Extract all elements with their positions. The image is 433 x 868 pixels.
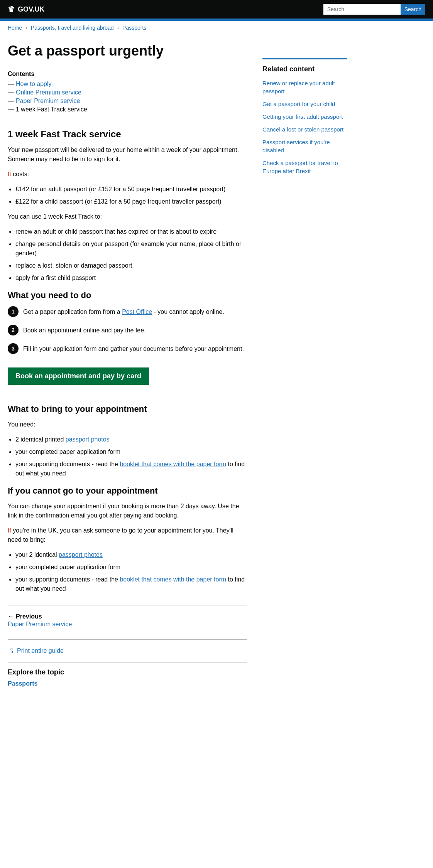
cannot-go-item-2: your completed paper application form (15, 563, 247, 572)
cost-item-2: £122 for a child passport (or £132 for a… (15, 197, 247, 206)
site-header: ♛ GOV.UK Search (0, 0, 433, 21)
contents-link-1[interactable]: How to apply (16, 81, 52, 88)
breadcrumb-home[interactable]: Home (8, 25, 22, 31)
fast-track-section: 1 week Fast Track service Your new passp… (8, 129, 247, 593)
use-list: renew an adult or child passport that ha… (15, 227, 247, 283)
related-item-1: Renew or replace your adult passport (262, 79, 347, 95)
cannot-go-item-3: your supporting documents - read the boo… (15, 575, 247, 593)
arrow-left-icon: ← (8, 613, 14, 620)
print-section: 🖨 Print entire guide (8, 639, 247, 654)
related-link-2[interactable]: Get a passport for your child (262, 101, 335, 107)
step-3: 3 Fill in your application form and gath… (8, 343, 247, 354)
dash-1: — (8, 81, 14, 88)
contents-item-4: — 1 week Fast Track service (8, 106, 247, 113)
search-bar: Search (323, 4, 425, 15)
page-title: Get a passport urgently (8, 42, 247, 59)
booklet-link-2[interactable]: booklet that comes with the paper form (120, 576, 226, 583)
if-highlight: If (8, 527, 11, 534)
related-link-5[interactable]: Passport services if you're disabled (262, 139, 330, 153)
cannot-go-para-2: If you're in the UK, you can ask someone… (8, 526, 247, 544)
related-link-4[interactable]: Cancel a lost or stolen passport (262, 126, 343, 133)
related-link-1[interactable]: Renew or replace your adult passport (262, 80, 335, 94)
costs-list: £142 for an adult passport (or £152 for … (15, 185, 247, 206)
step-number-2: 2 (8, 325, 19, 335)
fast-track-heading: 1 week Fast Track service (8, 129, 247, 140)
contents-link-3[interactable]: Paper Premium service (16, 98, 80, 104)
use-item-1: renew an adult or child passport that ha… (15, 227, 247, 236)
divider-1 (8, 121, 247, 121)
related-item-4: Cancel a lost or stolen passport (262, 125, 347, 133)
use-item-3: replace a lost, stolen or damaged passpo… (15, 261, 247, 270)
related-item-6: Check a passport for travel to Europe af… (262, 159, 347, 175)
breadcrumb-passports[interactable]: Passports (122, 25, 146, 31)
step-2: 2 Book an appointment online and pay the… (8, 325, 247, 335)
print-link-text: Print entire guide (17, 647, 64, 654)
related-item-2: Get a passport for your child (262, 100, 347, 108)
search-button[interactable]: Search (401, 4, 425, 15)
step-number-1: 1 (8, 306, 19, 317)
bring-item-3: your supporting documents - read the boo… (15, 460, 247, 478)
related-list: Renew or replace your adult passport Get… (262, 79, 347, 175)
passport-photos-link-2[interactable]: passport photos (59, 551, 103, 558)
post-office-link[interactable]: Post Office (122, 308, 152, 315)
bring-intro: You need: (8, 420, 247, 429)
bring-item-1: 2 identical printed passport photos (15, 435, 247, 444)
breadcrumb-sep-1: › (25, 25, 29, 31)
bring-list: 2 identical printed passport photos your… (15, 435, 247, 478)
related-link-3[interactable]: Getting your first adult passport (262, 113, 343, 120)
use-intro: You can use 1 week Fast Track to: (8, 212, 247, 221)
cost-item-1: £142 for an adult passport (or £152 for … (15, 185, 247, 194)
dash-2: — (8, 89, 14, 96)
gov-logo: ♛ GOV.UK (8, 5, 44, 14)
related-heading: Related content (262, 65, 347, 73)
step-text-3: Fill in your application form and gather… (23, 343, 244, 354)
sidebar: Related content Renew or replace your ad… (262, 35, 347, 687)
search-input[interactable] (323, 4, 401, 15)
cannot-go-list: your 2 identical passport photos your co… (15, 550, 247, 593)
nav-links: ← Previous Paper Premium service (8, 605, 247, 628)
breadcrumb-sep-2: › (117, 25, 121, 31)
contents-item-3: — Paper Premium service (8, 98, 247, 104)
gov-logo-text: GOV.UK (18, 5, 44, 13)
step-text-2: Book an appointment online and pay the f… (23, 325, 146, 335)
step-number-3: 3 (8, 343, 19, 354)
step-text-1: Get a paper application form from a Post… (23, 306, 224, 317)
steps: 1 Get a paper application form from a Po… (8, 306, 247, 354)
contents-list: — How to apply — Online Premium service … (8, 81, 247, 113)
print-link[interactable]: 🖨 Print entire guide (8, 647, 247, 654)
step-1: 1 Get a paper application form from a Po… (8, 306, 247, 317)
contents-label: Contents (8, 71, 247, 78)
main-container: Get a passport urgently Contents — How t… (0, 35, 433, 687)
cannot-go-heading: If you cannot go to your appointment (8, 486, 247, 496)
breadcrumb: Home › Passports, travel and living abro… (0, 21, 433, 35)
contents-item-1: — How to apply (8, 81, 247, 88)
crown-icon: ♛ (8, 5, 15, 14)
contents-item-2: — Online Premium service (8, 89, 247, 96)
printer-icon: 🖨 (8, 647, 14, 654)
it-highlight: It (8, 171, 11, 177)
use-item-4: apply for a first child passport (15, 273, 247, 283)
booklet-link-1[interactable]: booklet that comes with the paper form (120, 461, 226, 467)
previous-label: Previous (16, 613, 42, 620)
book-appointment-button[interactable]: Book an appointment and pay by card (8, 367, 149, 385)
contents-link-2[interactable]: Online Premium service (16, 89, 81, 96)
related-item-5: Passport services if you're disabled (262, 138, 347, 154)
related-content: Related content Renew or replace your ad… (262, 58, 347, 175)
explore-passports-link[interactable]: Passports (8, 680, 37, 687)
previous-link[interactable]: Paper Premium service (8, 621, 247, 628)
divider-print (8, 639, 247, 640)
fast-track-intro: Your new passport will be delivered to y… (8, 145, 247, 164)
contents-text-4: 1 week Fast Track service (16, 106, 87, 113)
related-item-3: Getting your first adult passport (262, 113, 347, 121)
dash-4: — (8, 106, 14, 113)
passport-photos-link-1[interactable]: passport photos (66, 436, 110, 443)
related-link-6[interactable]: Check a passport for travel to Europe af… (262, 160, 338, 174)
bring-item-2: your completed paper application form (15, 447, 247, 457)
cannot-go-para-1: You can change your appointment if your … (8, 502, 247, 520)
use-item-2: change personal details on your passport… (15, 239, 247, 258)
nav-prev-label: ← Previous (8, 613, 247, 620)
dash-3: — (8, 98, 14, 104)
what-to-do-heading: What you need to do (8, 290, 247, 300)
contents-box: Contents — How to apply — Online Premium… (8, 71, 247, 113)
breadcrumb-travel[interactable]: Passports, travel and living abroad (31, 25, 114, 31)
